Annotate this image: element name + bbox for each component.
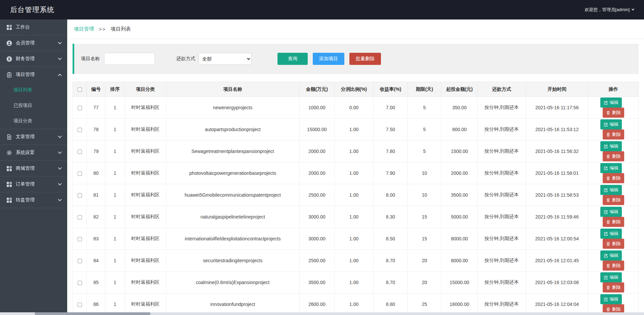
sidebar-subitem-active[interactable]: 项目列表 [0,82,67,98]
cell-days: 20 [408,250,441,272]
delete-button[interactable]: 删除 [603,217,624,227]
sidebar-subitem[interactable]: 项目分类 [0,113,67,129]
edit-button[interactable]: 编辑 [600,250,622,261]
cell-min: 350.00 [441,97,478,119]
cell-min: 1500.00 [441,141,478,162]
cell-amount: 3000.00 [299,228,334,250]
edit-button[interactable]: 编辑 [600,207,622,217]
add-project-button[interactable]: 添加项目 [313,53,344,65]
wheel-grid-icon [6,197,12,203]
sidebar-item-member[interactable]: 会员管理 [0,35,67,51]
row-checkbox[interactable] [78,193,82,198]
delete-button[interactable]: 删除 [603,261,624,271]
row-select-cell [73,162,87,184]
delete-button[interactable]: 删除 [603,108,624,118]
cell-days: 10 [408,162,441,184]
cell-category: 时时返福利区 [125,184,166,206]
cell-days: 5 [408,141,441,162]
chevron-up-icon [58,74,61,77]
cell-days: 10 [408,184,441,206]
repay-method-select[interactable]: 全部 [199,53,252,65]
cell-start: 2021-05-16 11:59:46 [526,206,588,228]
edit-icon [604,232,608,236]
edit-button[interactable]: 编辑 [600,119,622,129]
row-checkbox[interactable] [78,237,82,241]
cell-rate: 7.50 [373,119,407,141]
row-checkbox[interactable] [78,303,82,307]
edit-button[interactable]: 编辑 [600,163,622,173]
cell-days: 15 [408,228,441,250]
cell-rate: 7.80 [373,141,407,162]
cell-sort: 1 [105,228,125,250]
search-button[interactable]: 查询 [277,53,308,65]
edit-icon [604,122,608,127]
cell-amount: 2000.00 [299,141,334,162]
sidebar-item-settings-gear[interactable]: 系统设置 [0,145,67,160]
chevron-down-icon [58,182,61,185]
edit-button[interactable]: 编辑 [600,229,622,239]
edit-icon [604,210,608,214]
chevron-down-icon [58,166,61,169]
row-select-cell [73,293,87,315]
cell-name: photovoltaicpowergenerationbaseprojects [166,162,299,184]
edit-icon [604,166,608,170]
cell-min: 8000.00 [441,228,478,250]
cell-id: 82 [87,206,105,228]
scrollbar-thumb[interactable] [35,312,151,315]
batch-delete-button[interactable]: 批量删除 [349,53,381,65]
row-checkbox[interactable] [78,171,82,176]
cell-start: 2021-05-16 12:00:54 [526,228,588,250]
row-select-cell [73,141,87,162]
edit-button[interactable]: 编辑 [600,272,622,282]
cell-share: 1.00 [334,162,373,184]
row-checkbox[interactable] [78,128,82,132]
row-checkbox[interactable] [78,106,82,110]
sidebar-subitem[interactable]: 已投项目 [0,98,67,113]
workbench-grid-icon [6,25,12,30]
project-clipboard-icon [6,72,12,78]
cell-share: 1.00 [334,141,373,162]
delete-button[interactable]: 删除 [603,195,624,205]
horizontal-scrollbar[interactable] [0,312,644,315]
delete-button[interactable]: 删除 [603,239,624,249]
delete-button[interactable]: 删除 [603,151,624,161]
row-checkbox[interactable] [78,215,82,220]
breadcrumb-section[interactable]: 项目管理 [74,26,94,32]
sidebar-item-article-doc[interactable]: 文章管理 [0,129,67,145]
project-name-input[interactable] [104,53,155,65]
cell-repay: 按分钟,到期还本 [478,293,526,315]
cell-min: 800.00 [441,119,478,141]
sidebar-item-finance-yen[interactable]: 财务管理 [0,51,67,67]
row-checkbox[interactable] [78,259,82,263]
row-select-cell [73,184,87,206]
delete-button[interactable]: 删除 [603,129,624,140]
cell-min: 18000.00 [441,293,478,315]
row-actions: 编辑删除 [588,97,639,119]
sidebar-item-wheel-grid[interactable]: 转盘管理 [0,192,67,208]
edit-button[interactable]: 编辑 [600,97,622,108]
cell-id: 84 [87,250,105,272]
sidebar-item-project-clipboard[interactable]: 项目管理 [0,67,67,82]
delete-button[interactable]: 删除 [603,173,624,183]
edit-button[interactable]: 编辑 [600,185,622,195]
cell-repay: 按分钟,到期还本 [478,97,526,119]
cell-id: 86 [87,293,105,315]
table-row: 791时时返福利区Sewagetreatmentplantexpansionpr… [73,141,639,162]
repay-method-label: 还款方式 [176,56,195,62]
user-menu[interactable]: 欢迎您，管理员[admin] [585,7,634,13]
table-row: 861时时返福利区innovationfundproject2600.001.0… [73,293,639,315]
delete-button[interactable]: 删除 [603,282,624,292]
row-checkbox[interactable] [78,281,82,285]
sidebar-item-mall-grid[interactable]: 商城管理 [0,161,67,176]
cell-start: 2021-05-16 11:53:12 [526,119,588,141]
sidebar-item-workbench-grid[interactable]: 工作台 [0,19,67,35]
edit-button[interactable]: 编辑 [600,141,622,151]
row-checkbox[interactable] [78,150,82,154]
sidebar-item-order-grid[interactable]: 订单管理 [0,176,67,192]
order-grid-icon [6,182,12,187]
edit-icon [604,297,608,302]
edit-button[interactable]: 编辑 [600,294,622,304]
select-all-checkbox[interactable] [78,87,82,92]
cell-share: 1.00 [334,228,373,250]
cell-share: 1.00 [334,184,373,206]
